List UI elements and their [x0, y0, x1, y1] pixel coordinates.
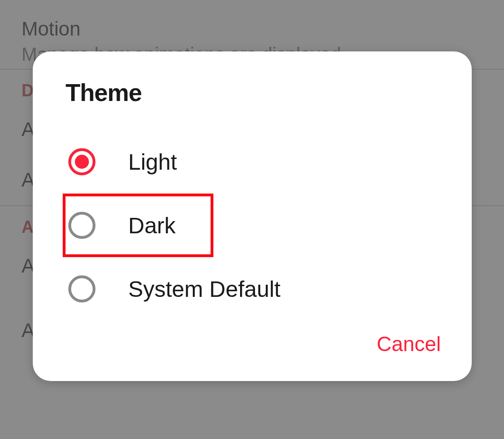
- radio-option-dark[interactable]: Dark: [66, 194, 439, 257]
- radio-label: System Default: [128, 276, 280, 302]
- radio-label: Dark: [128, 213, 175, 238]
- theme-dialog: Theme Light Dark System Default Cancel: [33, 51, 472, 381]
- dialog-title: Theme: [66, 79, 439, 107]
- radio-button-icon: [68, 212, 95, 239]
- dialog-footer: Cancel: [375, 328, 443, 360]
- radio-label: Light: [128, 149, 177, 175]
- radio-option-system-default[interactable]: System Default: [66, 257, 439, 321]
- cancel-button[interactable]: Cancel: [375, 328, 443, 360]
- radio-button-icon: [68, 275, 95, 302]
- radio-button-icon: [68, 148, 95, 175]
- radio-group: Light Dark System Default: [66, 130, 439, 321]
- radio-option-light[interactable]: Light: [66, 130, 439, 194]
